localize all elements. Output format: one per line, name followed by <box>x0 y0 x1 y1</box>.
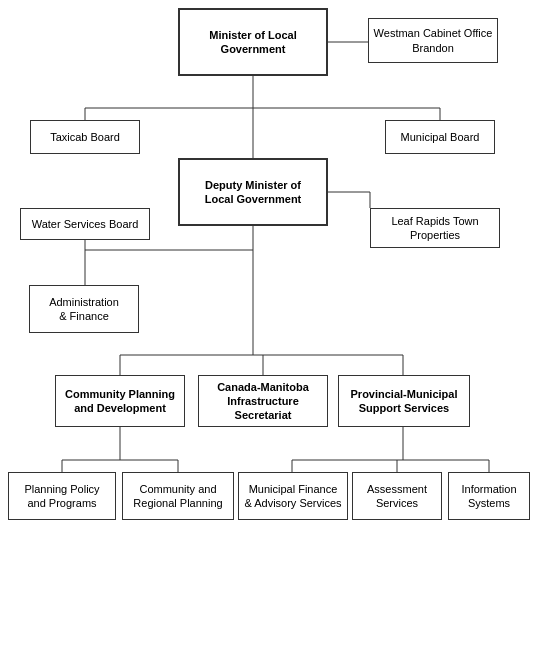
water-services-box: Water Services Board <box>20 208 150 240</box>
leaf-rapids-box: Leaf Rapids TownProperties <box>370 208 500 248</box>
community-planning-box: Community Planningand Development <box>55 375 185 427</box>
planning-programs-label: Planning Policyand Programs <box>24 482 99 511</box>
minister-label: Minister of Local Government <box>184 28 322 57</box>
assessment-box: AssessmentServices <box>352 472 442 520</box>
assessment-label: AssessmentServices <box>367 482 427 511</box>
municipal-finance-box: Municipal Finance& Advisory Services <box>238 472 348 520</box>
deputy-minister-box: Deputy Minister ofLocal Government <box>178 158 328 226</box>
information-systems-box: InformationSystems <box>448 472 530 520</box>
admin-finance-label: Administration& Finance <box>49 295 119 324</box>
provincial-municipal-label: Provincial-MunicipalSupport Services <box>351 387 458 416</box>
minister-box: Minister of Local Government <box>178 8 328 76</box>
water-services-label: Water Services Board <box>32 217 139 231</box>
community-regional-box: Community andRegional Planning <box>122 472 234 520</box>
westman-label: Westman Cabinet OfficeBrandon <box>374 26 493 55</box>
provincial-municipal-box: Provincial-MunicipalSupport Services <box>338 375 470 427</box>
community-planning-label: Community Planningand Development <box>65 387 175 416</box>
canada-manitoba-label: Canada-ManitobaInfrastructureSecretariat <box>217 380 309 423</box>
planning-programs-box: Planning Policyand Programs <box>8 472 116 520</box>
taxicab-box: Taxicab Board <box>30 120 140 154</box>
deputy-minister-label: Deputy Minister ofLocal Government <box>205 178 302 207</box>
leaf-rapids-label: Leaf Rapids TownProperties <box>391 214 478 243</box>
canada-manitoba-box: Canada-ManitobaInfrastructureSecretariat <box>198 375 328 427</box>
community-regional-label: Community andRegional Planning <box>133 482 222 511</box>
admin-finance-box: Administration& Finance <box>29 285 139 333</box>
municipal-board-box: Municipal Board <box>385 120 495 154</box>
westman-box: Westman Cabinet OfficeBrandon <box>368 18 498 63</box>
municipal-finance-label: Municipal Finance& Advisory Services <box>244 482 341 511</box>
information-systems-label: InformationSystems <box>461 482 516 511</box>
taxicab-label: Taxicab Board <box>50 130 120 144</box>
org-chart: Minister of Local Government Westman Cab… <box>0 0 540 645</box>
municipal-board-label: Municipal Board <box>401 130 480 144</box>
